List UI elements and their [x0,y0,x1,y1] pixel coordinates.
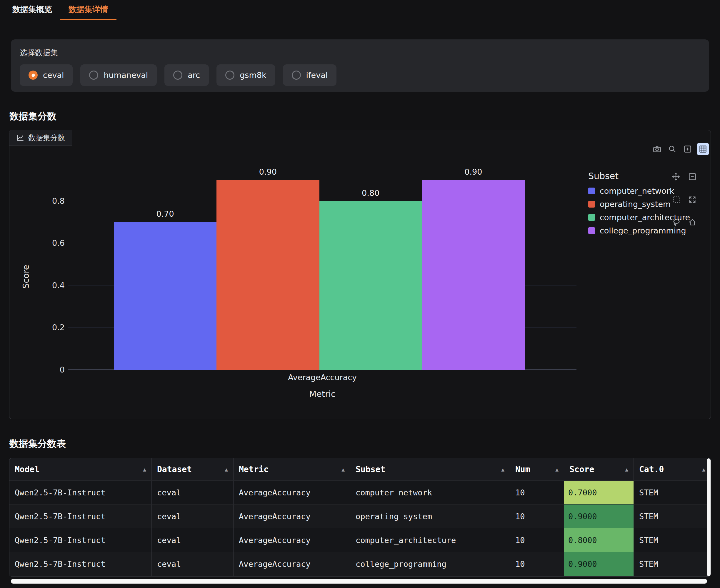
cell-score: 0.9000 [564,504,634,528]
cell-metric: AverageAccuracy [233,528,350,552]
legend-label: operating_system [600,200,671,209]
cell-model: Qwen2.5-7B-Instruct [9,504,152,528]
tab-dataset-detail[interactable]: 数据集详情 [60,0,117,20]
scores-chart-panel: 数据集分数 0.70 [9,130,711,419]
radio-label: arc [188,70,200,80]
dataset-selector-panel: 选择数据集 ceval humaneval arc gsm8k ifeval [11,39,709,92]
column-label: Score [570,464,594,474]
legend-swatch [588,188,595,194]
cell-num: 10 [510,504,564,528]
sort-arrow-icon[interactable]: ▲ [225,466,228,472]
cell-subset: operating_system [350,504,510,528]
radio-arc[interactable]: arc [164,64,209,86]
cell-model: Qwen2.5-7B-Instruct [9,481,152,504]
legend-item[interactable]: computer_architecture [588,213,690,222]
legend-swatch [588,201,595,208]
sort-arrow-icon[interactable]: ▲ [342,466,345,472]
bar: 0.90 [422,180,525,370]
column-label: Subset [355,464,385,474]
bar-value-label: 0.70 [114,209,217,218]
camera-icon[interactable] [651,143,663,155]
bar-value-label: 0.90 [217,167,319,176]
cell-cat0: STEM [634,504,711,528]
radio-unselected-icon [292,70,301,80]
legend-label: college_programming [600,226,686,235]
scores-section-title: 数据集分数 [9,110,720,123]
zoom-icon[interactable] [666,143,678,155]
legend-swatch [588,227,595,234]
tab-dataset-overview[interactable]: 数据集概览 [4,0,60,20]
radio-unselected-icon [89,70,98,80]
x-axis-title: Metric [68,389,576,399]
horizontal-scrollbar[interactable] [11,579,707,584]
table-view-icon[interactable] [697,143,709,155]
legend-item[interactable]: college_programming [588,226,690,235]
legend-label: computer_architecture [600,213,690,222]
bar-value-label: 0.80 [320,188,422,197]
y-axis-title: Score [21,265,31,289]
y-axis-title-wrap: Score [17,157,35,396]
chart-legend: Subset computer_network operating_system… [588,171,690,239]
column-header-cat0[interactable]: Cat.0▲ [634,458,711,480]
sort-arrow-icon[interactable]: ▲ [702,466,705,472]
radio-label: humaneval [104,70,148,80]
bar-group: 0.70 0.90 0.80 0.90 [114,130,525,370]
cell-cat0: STEM [634,481,711,504]
radio-ifeval[interactable]: ifeval [283,64,337,86]
line-chart-icon [17,134,24,142]
radio-label: ifeval [306,70,328,80]
radio-humaneval[interactable]: humaneval [80,64,157,86]
sort-arrow-icon[interactable]: ▲ [143,466,146,472]
sort-arrow-icon[interactable]: ▲ [625,466,628,472]
cell-metric: AverageAccuracy [233,552,350,576]
cell-model: Qwen2.5-7B-Instruct [9,528,152,552]
cell-subset: computer_architecture [350,528,510,552]
legend-swatch [588,214,595,221]
dataset-selector-label: 选择数据集 [20,48,700,58]
cell-score: 0.9000 [564,552,634,576]
column-header-dataset[interactable]: Dataset▲ [152,458,233,480]
cell-metric: AverageAccuracy [233,504,350,528]
bar: 0.70 [114,222,217,370]
score-cell: 0.9000 [564,552,634,576]
score-cell: 0.9000 [564,504,634,528]
sort-arrow-icon[interactable]: ▲ [501,466,505,472]
radio-ceval[interactable]: ceval [20,64,73,86]
column-label: Num [515,464,530,474]
column-header-metric[interactable]: Metric▲ [233,458,350,480]
cell-model: Qwen2.5-7B-Instruct [9,552,152,576]
cell-subset: college_programming [350,552,510,576]
table-section-title: 数据集分数表 [9,438,720,450]
table-row: Qwen2.5-7B-Instruct ceval AverageAccurac… [9,504,711,528]
legend-item[interactable]: computer_network [588,186,690,195]
table-row: Qwen2.5-7B-Instruct ceval AverageAccurac… [9,528,711,552]
table-row: Qwen2.5-7B-Instruct ceval AverageAccurac… [9,480,711,504]
cell-dataset: ceval [152,504,233,528]
cell-dataset: ceval [152,552,233,576]
table-row: Qwen2.5-7B-Instruct ceval AverageAccurac… [9,552,711,576]
column-label: Metric [239,464,269,474]
column-label: Dataset [157,464,192,474]
legend-title: Subset [588,171,690,181]
scores-table: Model▲ Dataset▲ Metric▲ Subset▲ Num▲ Sco… [9,458,711,576]
cell-dataset: ceval [152,528,233,552]
cell-subset: computer_network [350,481,510,504]
legend-item[interactable]: operating_system [588,200,690,209]
column-header-model[interactable]: Model▲ [9,458,152,480]
cell-dataset: ceval [152,481,233,504]
table-header-row: Model▲ Dataset▲ Metric▲ Subset▲ Num▲ Sco… [9,458,711,480]
column-header-subset[interactable]: Subset▲ [350,458,510,480]
radio-gsm8k[interactable]: gsm8k [217,64,275,86]
plot-area: 0.70 0.90 0.80 0.90 [68,130,576,370]
cell-cat0: STEM [634,528,711,552]
zoom-in-icon[interactable] [682,143,694,155]
cell-metric: AverageAccuracy [233,481,350,504]
sort-arrow-icon[interactable]: ▲ [555,466,558,472]
vertical-scrollbar[interactable] [707,458,711,576]
radio-label: gsm8k [240,70,266,80]
radio-unselected-icon [225,70,234,80]
column-header-score[interactable]: Score▲ [564,458,634,480]
score-cell: 0.7000 [564,481,634,504]
column-header-num[interactable]: Num▲ [510,458,564,480]
cell-score: 0.7000 [564,481,634,504]
